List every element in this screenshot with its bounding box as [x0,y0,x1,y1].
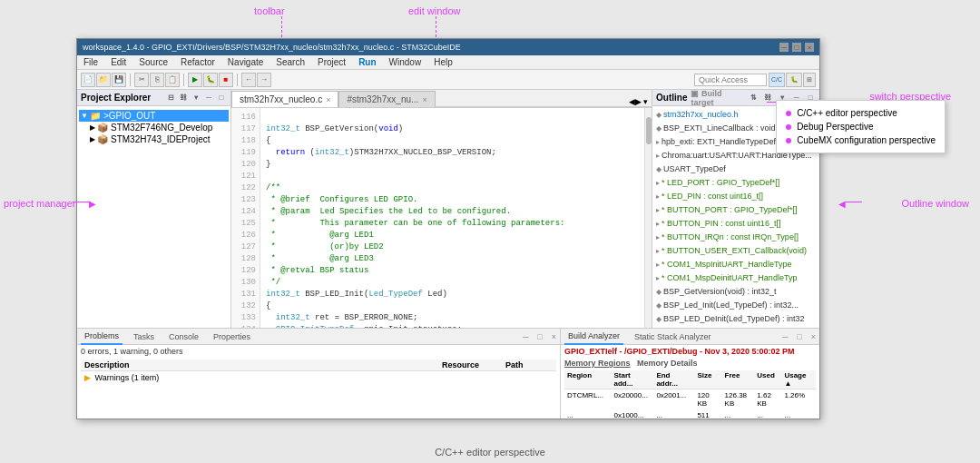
problems-col-resource: Resource [438,360,502,370]
menu-navigate[interactable]: Navigate [225,57,266,67]
project-explorer-panel: Project Explorer ⊟ ⛓ ▾ ─ □ ▼ 📁 >GPIO_OUT [77,90,231,328]
build-row-0[interactable]: DTCMRL... 0x20000... 0x2001... 120 KB 12… [564,389,816,409]
outline-item-8[interactable]: ▸ * BUTTON_PIN : const uint16_t[] [652,217,819,231]
toolbar-forward-button[interactable]: → [257,73,271,87]
menu-search[interactable]: Search [273,57,308,67]
editor-tab-secondary-close[interactable]: × [422,95,426,104]
link-editor-icon[interactable]: ⛓ [178,93,189,103]
outline-item-9[interactable]: ▸ * BUTTON_IRQn : const IRQn_Type[] [652,231,819,244]
outline-item-4[interactable]: ◆ USART_TypeDef [652,163,819,176]
build-analyzer-tab[interactable]: Build Analyzer [564,329,623,345]
outline-item-6[interactable]: ▸ * LED_PIN : const uint16_t[] [652,190,819,203]
editor-tab-main-close[interactable]: × [326,95,330,104]
console-tab[interactable]: Console [165,329,202,345]
tree-item-gpio-out[interactable]: ▼ 📁 >GPIO_OUT [79,110,229,122]
menu-help[interactable]: Help [431,57,456,67]
static-stack-tab[interactable]: Static Stack Analyzer [631,329,715,345]
toolbar-save-button[interactable]: 💾 [112,73,126,87]
menu-file[interactable]: File [81,57,101,67]
outline-window-annotation: Outline window [901,198,969,209]
editor-scroll-left[interactable]: ◀ [629,97,635,106]
outline-item-13[interactable]: ◆ BSP_GetVersion(void) : int32_t [652,285,819,299]
perspective-debug-item[interactable]: Debug Perspective [786,120,936,133]
outline-item-12[interactable]: ▸ * COM1_MspDeinitUART_HandleTyp [652,271,819,285]
build-maximize-icon[interactable]: □ [797,332,801,341]
perspective-cpp-item[interactable]: C/C++ editor perspective [786,106,936,120]
editor-content: 116117118119 120121122123 124125126127 1… [231,108,652,328]
problems-maximize-icon[interactable]: □ [537,332,542,341]
tree-item-stm32h7[interactable]: ▶ 📦 STM32H743_IDEProject [79,133,229,145]
perspective-cubemx-dot [786,138,791,143]
minimize-button[interactable]: ─ [779,43,789,52]
tree-item-stm32f7[interactable]: ▶ 📦 STM32F746NG_Develop [79,122,229,133]
minimize-panel-icon[interactable]: ─ [203,93,214,103]
editor-tab-main[interactable]: stm32h7xx_nucleo.c × [231,91,338,107]
outline-item-15[interactable]: ◆ BSP_LED_DeInit(Led_TypeDef) : int32 [652,312,819,326]
problems-close-icon[interactable]: × [552,332,556,341]
menu-edit[interactable]: Edit [108,57,129,67]
collapse-all-icon[interactable]: ⊟ [165,93,176,103]
perspective-cpp-button[interactable]: C/C [769,73,785,87]
toolbar-back-button[interactable]: ← [241,73,256,87]
menu-source[interactable]: Source [136,57,171,67]
editor-tab-menu[interactable]: ▾ [643,97,648,106]
maximize-button[interactable]: □ [792,43,801,52]
toolbar-open-button[interactable]: 📁 [96,73,111,87]
build-row-0-free: 126.38 KB [722,390,755,409]
problems-warning-path [502,372,556,383]
memory-regions-tab[interactable]: Memory Regions [564,359,631,368]
menu-window[interactable]: Window [387,57,425,67]
editor-scrollbar[interactable] [644,108,652,328]
memory-details-tab[interactable]: Memory Details [637,359,698,368]
build-target-label[interactable]: ▣ Build target [691,90,745,107]
build-table-header: Region Start add... End addr... Size Fre… [564,370,816,389]
toolbar-edit-group: ✂ ⎘ 📋 [134,73,180,87]
toolbar-new-button[interactable]: 📄 [81,73,95,87]
toolbar-stop-button[interactable]: ■ [219,73,233,87]
toolbar-paste-button[interactable]: 📋 [165,73,180,87]
close-button[interactable]: × [805,43,814,52]
outline-link-icon[interactable]: ⛓ [763,93,774,103]
outline-sort-icon[interactable]: ⇅ [749,93,760,103]
line-numbers: 116117118119 120121122123 124125126127 1… [231,108,260,328]
menu-refactor[interactable]: Refactor [178,57,218,67]
properties-tab[interactable]: Properties [210,329,254,345]
project-explorer-header: Project Explorer ⊟ ⛓ ▾ ─ □ [77,90,230,106]
switch-perspective-popup: C/C++ editor perspective Debug Perspecti… [776,100,946,153]
toolbar-copy-button[interactable]: ⎘ [150,73,164,87]
quick-access-input[interactable] [694,74,767,86]
problems-row-0[interactable]: ▶ Warnings (1 item) [81,371,556,384]
view-menu-icon[interactable]: ▾ [191,93,201,103]
editor-scroll-right[interactable]: ▶ [635,97,642,106]
problems-warning-desc: ▶ Warnings (1 item) [81,372,438,383]
build-row-0-start: 0x20000... [612,390,654,409]
outline-item-14[interactable]: ◆ BSP_Led_Init(Led_TypeDef) : int32... [652,299,819,312]
toolbar-cut-button[interactable]: ✂ [134,73,149,87]
code-editor[interactable]: int32_t BSP_GetVersion(void) { return (i… [260,108,644,328]
perspective-cubemx-item[interactable]: CubeMX configuration perspective [786,133,936,147]
title-bar: workspace_1.4.0 - GPIO_EXTI/Drivers/BSP/… [77,39,819,55]
perspective-switch-button[interactable]: ⊞ [803,73,816,87]
perspective-debug-button[interactable]: 🐛 [786,73,802,87]
editor-scrollbar-thumb[interactable] [646,117,652,144]
outline-item-11[interactable]: ▸ * COM1_MspInitUART_HandleType [652,258,819,271]
outline-item-10[interactable]: ▸ * BUTTON_USER_EXTI_Callback(void) [652,244,819,258]
toolbar-debug-button[interactable]: 🐛 [203,73,218,87]
build-close-icon[interactable]: × [811,332,816,341]
problems-tab[interactable]: Problems [81,329,122,345]
problems-minimize-icon[interactable]: ─ [523,332,528,341]
outline-item-7[interactable]: ▸ * BUTTON_PORT : GPIO_TypeDef*[] [652,203,819,217]
tasks-tab[interactable]: Tasks [130,329,158,345]
outline-title: Outline [656,93,687,103]
menu-run[interactable]: Run [356,57,378,67]
toolbar-run-group: ▶ 🐛 ■ [188,73,233,87]
maximize-panel-icon[interactable]: □ [216,93,227,103]
editor-tab-secondary[interactable]: #stm32h7xx_nu... × [338,91,435,107]
build-col-free: Free [722,370,755,389]
menu-project[interactable]: Project [315,57,348,67]
ide-window: workspace_1.4.0 - GPIO_EXTI/Drivers/BSP/… [76,38,820,419]
build-minimize-icon[interactable]: ─ [782,332,788,341]
build-row-1[interactable]: ... 0x1000... ... 511 KB ... ... ... [564,409,816,419]
outline-item-5[interactable]: ▸ * LED_PORT : GPIO_TypeDef*[] [652,176,819,190]
toolbar-run-button[interactable]: ▶ [188,73,202,87]
